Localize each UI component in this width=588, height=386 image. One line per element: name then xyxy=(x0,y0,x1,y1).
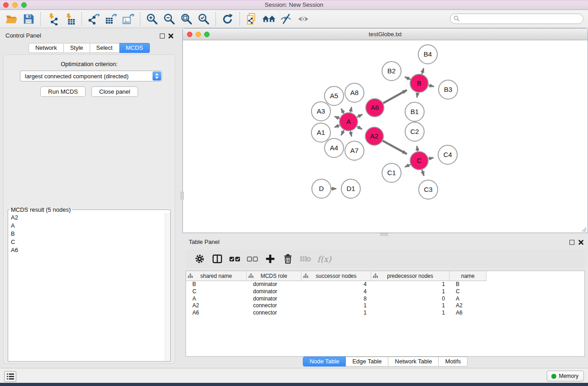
table-cell[interactable]: A6 xyxy=(449,310,487,317)
close-panel-button[interactable]: Close panel xyxy=(91,86,138,97)
table-cell[interactable]: 4 xyxy=(301,288,371,295)
graph-edge-C-C4[interactable] xyxy=(429,158,434,159)
deselect-all-rows-icon[interactable] xyxy=(247,253,258,265)
optimization-criterion-dropdown[interactable]: largest connected component (directed) xyxy=(20,71,162,81)
table-cell[interactable]: A6 xyxy=(186,310,247,317)
zoom-in-icon[interactable] xyxy=(143,11,161,27)
column-header-mcds-role[interactable]: MCDS role xyxy=(247,271,301,281)
tab-edge-table[interactable]: Edge Table xyxy=(346,357,388,367)
network-canvas[interactable]: B4B2BB3A8A5A6A3B1AC2A1A2A4A7C4CC1DD1C3 xyxy=(183,40,588,233)
column-header-name[interactable]: name xyxy=(449,271,487,281)
float-panel-icon[interactable] xyxy=(160,33,165,38)
mcds-list-scrollbar[interactable] xyxy=(165,213,170,361)
table-cell[interactable]: dominator xyxy=(247,288,301,295)
node-table[interactable]: shared nameMCDS rolesuccessor nodesprede… xyxy=(186,271,585,357)
tab-network-table[interactable]: Network Table xyxy=(388,357,439,367)
tab-style[interactable]: Style xyxy=(64,43,90,53)
network-window-titlebar[interactable]: testGlobe.txt xyxy=(183,29,588,40)
graph-edge-A6-B[interactable] xyxy=(383,90,406,103)
close-panel-icon[interactable] xyxy=(578,239,584,245)
mcds-result-item[interactable]: A6 xyxy=(8,246,165,254)
import-table-icon[interactable] xyxy=(61,11,78,27)
table-cell[interactable]: A2 xyxy=(186,302,247,310)
refresh-icon[interactable] xyxy=(219,11,236,27)
memory-button[interactable]: Memory xyxy=(547,371,584,381)
table-cell[interactable]: B xyxy=(186,281,247,288)
resize-grip-icon[interactable] xyxy=(581,226,587,232)
table-cell[interactable]: connector xyxy=(247,310,301,317)
table-cell[interactable]: 8 xyxy=(301,295,371,303)
mcds-result-item[interactable]: A xyxy=(8,221,165,229)
table-cell[interactable]: connector xyxy=(247,302,301,310)
tab-select[interactable]: Select xyxy=(90,43,120,53)
table-cell[interactable]: 1 xyxy=(371,310,449,317)
table-cell[interactable]: A xyxy=(449,295,487,303)
task-history-button[interactable] xyxy=(4,371,16,382)
export-network-icon[interactable] xyxy=(85,11,102,27)
table-cell[interactable]: 4 xyxy=(301,281,371,288)
graph-edge-B-B1[interactable] xyxy=(417,93,418,98)
table-cell[interactable]: A2 xyxy=(449,302,487,310)
table-cell[interactable]: B xyxy=(449,281,487,288)
graph-edge-A2-C[interactable] xyxy=(382,141,406,154)
table-cell[interactable]: 0 xyxy=(371,295,449,303)
table-cell[interactable]: dominator xyxy=(247,295,301,303)
table-row[interactable]: A2connector11A2 xyxy=(186,302,584,310)
table-cell[interactable]: dominator xyxy=(247,281,301,288)
table-cell[interactable]: C xyxy=(186,288,247,295)
graph-edge-B-B3[interactable] xyxy=(429,86,434,87)
close-panel-icon[interactable] xyxy=(168,33,174,38)
tab-mcds[interactable]: MCDS xyxy=(120,43,150,53)
graph-edge-A-A1[interactable] xyxy=(335,125,340,128)
mcds-result-item[interactable]: B xyxy=(8,229,165,238)
table-row[interactable]: Bdominator41B xyxy=(186,281,584,288)
graph-edge-A-A5[interactable] xyxy=(341,109,344,114)
column-header-predecessor-nodes[interactable]: predecessor nodes xyxy=(371,271,449,281)
tab-motifs[interactable]: Motifs xyxy=(439,357,468,367)
table-row[interactable]: Cdominator41C xyxy=(186,288,584,295)
export-table-icon[interactable] xyxy=(102,11,120,27)
open-session-icon[interactable] xyxy=(3,11,20,27)
table-cell[interactable]: C xyxy=(449,288,487,295)
table-cell[interactable]: 1 xyxy=(371,288,449,295)
export-image-icon[interactable] xyxy=(120,11,137,27)
graph-edge-A-A4[interactable] xyxy=(341,130,344,135)
save-session-icon[interactable] xyxy=(20,11,37,27)
import-network-icon[interactable] xyxy=(44,11,61,27)
graph-edge-C-C2[interactable] xyxy=(417,146,418,152)
splitter-handle[interactable] xyxy=(181,192,184,200)
graph-edge-B-B2[interactable] xyxy=(405,77,411,80)
table-cell[interactable]: A xyxy=(186,295,247,303)
graph-edge-A-A8[interactable] xyxy=(350,107,351,112)
float-panel-icon[interactable] xyxy=(569,240,574,245)
settings-gear-icon[interactable] xyxy=(194,253,206,265)
graph-edge-C-C3[interactable] xyxy=(422,170,424,176)
table-cell[interactable]: 1 xyxy=(301,302,371,310)
graph-edge-A-A6[interactable] xyxy=(357,114,363,118)
search-input[interactable] xyxy=(450,14,583,24)
graph-edge-C-C1[interactable] xyxy=(405,165,411,167)
mcds-result-item[interactable]: C xyxy=(8,238,165,246)
add-column-icon[interactable] xyxy=(264,253,276,265)
table-row[interactable]: Adominator80A xyxy=(186,295,584,303)
tab-node-table[interactable]: Node Table xyxy=(303,357,346,367)
table-cell[interactable]: 1 xyxy=(371,281,449,288)
graph-edge-A-A2[interactable] xyxy=(357,126,362,129)
zoom-fit-icon[interactable] xyxy=(178,11,195,27)
column-header-successor-nodes[interactable]: successor nodes xyxy=(301,271,371,281)
run-mcds-button[interactable]: Run MCDS xyxy=(40,86,86,97)
new-network-from-selection-icon[interactable] xyxy=(243,11,260,27)
tab-network[interactable]: Network xyxy=(29,43,64,53)
show-panel-eye-icon[interactable] xyxy=(295,11,312,27)
delete-column-trash-icon[interactable] xyxy=(282,253,294,265)
table-cell[interactable]: 1 xyxy=(371,302,449,310)
graph-edge-A-A7[interactable] xyxy=(350,131,351,137)
graph-edge-A-A3[interactable] xyxy=(335,116,340,118)
table-cell[interactable]: 1 xyxy=(301,310,371,317)
show-column-icon[interactable] xyxy=(211,253,223,265)
home-icon[interactable] xyxy=(260,11,277,27)
table-row[interactable]: A6connector11A6 xyxy=(186,310,584,317)
mcds-result-list[interactable]: A2ABCA6 xyxy=(8,213,165,361)
hide-panel-eye-icon[interactable] xyxy=(277,11,295,27)
zoom-out-icon[interactable] xyxy=(161,11,178,27)
